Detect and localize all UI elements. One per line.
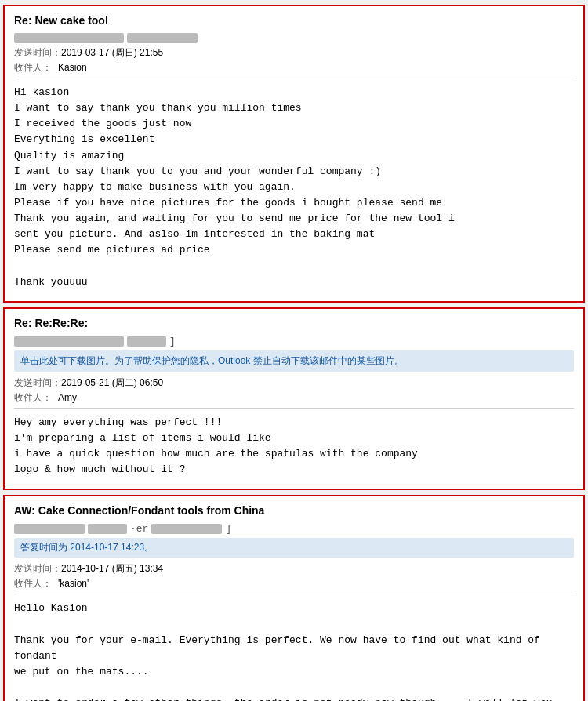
sender-name-2 (127, 336, 166, 347)
send-time-label-2: 发送时间： (14, 376, 61, 390)
email-body-1: Hi kasion I want to say thank you thank … (14, 85, 574, 290)
email-card-1: Re: New cake tool 发送时间： 2019-03-17 (周日) … (3, 5, 585, 303)
recipient-label-3: 收件人： (14, 577, 58, 590)
recipient-row-1: 收件人： Kasion (14, 61, 574, 74)
bracket-2: ] (169, 336, 176, 347)
email-body-2: Hey amy everything was perfect !!! i'm p… (14, 415, 574, 478)
sender-avatar-2 (14, 336, 124, 347)
recipient-row-2: 收件人： Amy (14, 391, 574, 405)
email-body-3: Hello Kasion Thank you for your e-mail. … (14, 601, 574, 701)
send-time-row-1: 发送时间： 2019-03-17 (周日) 21:55 (14, 46, 574, 60)
send-time-label-3: 发送时间： (14, 562, 61, 576)
reply-time-bar-3: 答复时间为 2014-10-17 14:23。 (14, 538, 574, 558)
send-time-value-3: 2014-10-17 (周五) 13:34 (61, 562, 163, 576)
recipient-label-1: 收件人： (14, 61, 58, 74)
sender-text-3: ·er (130, 523, 148, 535)
email-title-3: AW: Cake Connection/Fondant tools from C… (14, 504, 574, 517)
send-time-row-3: 发送时间： 2014-10-17 (周五) 13:34 (14, 562, 574, 576)
sender-avatar-1 (14, 33, 124, 43)
sender-avatar-3a (14, 524, 85, 534)
sender-name-1 (127, 33, 198, 43)
email-card-3: AW: Cake Connection/Fondant tools from C… (3, 495, 585, 701)
divider-1 (14, 78, 574, 78)
sender-row-1 (14, 33, 574, 43)
sender-row-3: ·er ] (14, 523, 574, 535)
email-card-2: Re: Re:Re:Re: ] 单击此处可下载图片。为了帮助保护您的隐私，Out… (3, 307, 585, 491)
outlook-warning-2: 单击此处可下载图片。为了帮助保护您的隐私，Outlook 禁止自动下载该邮件中的… (14, 350, 574, 372)
send-time-value-2: 2019-05-21 (周二) 06:50 (61, 376, 163, 390)
send-time-row-2: 发送时间： 2019-05-21 (周二) 06:50 (14, 376, 574, 390)
send-time-value-1: 2019-03-17 (周日) 21:55 (61, 46, 163, 60)
bracket-3: ] (225, 523, 231, 535)
divider-2 (14, 408, 574, 409)
sender-row-2: ] (14, 336, 574, 347)
recipient-value-1: Kasion (58, 62, 87, 73)
recipient-label-2: 收件人： (14, 391, 58, 405)
recipient-value-2: Amy (58, 392, 77, 403)
email-title-1: Re: New cake tool (14, 14, 574, 27)
recipient-row-3: 收件人： 'kasion' (14, 577, 574, 590)
sender-name-3 (151, 524, 222, 534)
recipient-value-3: 'kasion' (58, 578, 89, 589)
sender-avatar-3b (88, 524, 127, 534)
email-title-2: Re: Re:Re:Re: (14, 317, 574, 329)
divider-3 (14, 594, 574, 594)
send-time-label-1: 发送时间： (14, 46, 61, 60)
